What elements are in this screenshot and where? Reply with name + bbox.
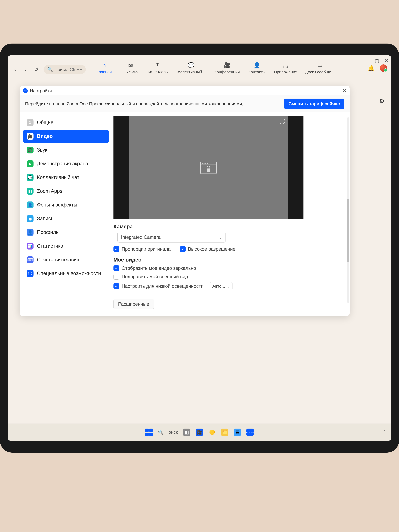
search-placeholder: Поиск xyxy=(54,67,67,72)
accessibility-icon: ⓘ xyxy=(27,270,33,277)
tab-contacts[interactable]: 👤 Контакты xyxy=(248,62,266,74)
tab-label: Коллективный ... xyxy=(176,70,206,74)
avatar[interactable] xyxy=(380,64,387,72)
explorer-icon[interactable]: 📁 xyxy=(221,429,228,436)
maximize-icon[interactable]: ▢ xyxy=(375,58,379,63)
mail-icon: ✉ xyxy=(128,62,133,69)
lock-icon xyxy=(199,159,218,176)
apps-icon: ⬚ xyxy=(283,62,288,69)
tab-label: Календарь xyxy=(148,70,168,74)
checkbox-label: Подправить мой внешний вид xyxy=(122,274,188,279)
window-controls: — ▢ ✕ xyxy=(365,58,388,63)
sidebar-item-profile[interactable]: 👤Профиль xyxy=(23,226,109,239)
tab-mail[interactable]: ✉ Письмо xyxy=(121,62,140,74)
taskbar-search[interactable]: 🔍 Поиск xyxy=(158,430,178,435)
scrollbar[interactable] xyxy=(347,117,349,303)
tab-label: Доски сообще... xyxy=(305,70,335,74)
sidebar-item-recording[interactable]: ◉Запись xyxy=(23,212,109,225)
scrollbar-thumb[interactable] xyxy=(347,199,349,262)
back-button[interactable]: ‹ xyxy=(12,66,19,73)
lowlight-mode-select[interactable]: Авто... ⌄ xyxy=(210,282,233,290)
tab-meetings[interactable]: 🎥 Конференции xyxy=(214,62,240,74)
settings-title: Настройки xyxy=(30,88,52,93)
main-toolbar: ‹ › ↺ 🔍 Поиск Ctrl+F ⌂ Главная ✉ Письмо xyxy=(8,55,391,77)
headset-icon: 🎧 xyxy=(27,147,33,153)
tray-expand-icon[interactable]: ˄ xyxy=(383,430,386,435)
tab-apps[interactable]: ⬚ Приложения xyxy=(274,62,297,74)
background-icon: 👤 xyxy=(27,202,33,208)
settings-window: ⋯ Настройки ✕ Перейдите на план Zoom One… xyxy=(20,86,350,316)
chrome-icon[interactable]: 🟡 xyxy=(208,429,216,436)
search-icon: 🔍 xyxy=(47,67,53,72)
taskview-icon[interactable]: ◧ xyxy=(183,429,190,436)
search-icon: 🔍 xyxy=(158,430,164,435)
svg-point-2 xyxy=(203,163,203,164)
tab-label: Письмо xyxy=(124,70,138,74)
tab-label: Конференции xyxy=(214,70,240,74)
taskbar-app-icon[interactable]: 🎥 xyxy=(196,429,203,436)
chevron-down-icon: ⌄ xyxy=(226,284,230,289)
sidebar-item-backgrounds[interactable]: 👤Фоны и эффекты xyxy=(23,198,109,211)
tab-whiteboards[interactable]: ▭ Доски сообще... xyxy=(305,62,335,74)
close-icon[interactable]: ✕ xyxy=(385,58,388,63)
apps-icon: ◧ xyxy=(27,188,33,195)
sidebar-item-accessibility[interactable]: ⓘСпециальные возможности xyxy=(23,267,109,280)
taskbar-search-label: Поиск xyxy=(165,430,178,435)
record-icon: ◉ xyxy=(27,215,33,222)
tab-teamchat[interactable]: 💬 Коллективный ... xyxy=(176,62,206,74)
video-preview: ⛶ xyxy=(114,116,304,219)
gear-icon: ⚙ xyxy=(27,119,33,126)
zoom-logo-icon: ⋯ xyxy=(23,88,28,93)
screen-share-icon: ▶ xyxy=(27,160,33,167)
video-icon: 🎥 xyxy=(224,62,230,69)
checkbox-label: Пропорции оригинала xyxy=(122,246,171,252)
camera-select[interactable]: Integrated Camera ⌄ xyxy=(117,232,226,242)
checkbox-mirror-video[interactable]: ✓ xyxy=(114,265,119,271)
advanced-button[interactable]: Расширенные xyxy=(114,299,154,309)
search-input[interactable]: 🔍 Поиск Ctrl+F xyxy=(44,65,86,74)
sidebar-item-statistics[interactable]: 📊Статистика xyxy=(23,240,109,253)
sidebar-item-zoomapps[interactable]: ◧Zoom Apps xyxy=(23,185,109,198)
sidebar-item-shortcuts[interactable]: ⌨Сочетания клавиш xyxy=(23,253,109,266)
sidebar-item-teamchat[interactable]: 💬Коллективный чат xyxy=(23,171,109,184)
checkbox-lowlight[interactable]: ✓ xyxy=(114,283,119,289)
history-button[interactable]: ↺ xyxy=(33,66,40,73)
keyboard-icon: ⌨ xyxy=(27,256,33,263)
svg-point-4 xyxy=(207,163,208,164)
svg-point-3 xyxy=(204,163,206,164)
upgrade-button[interactable]: Сменить тариф сейчас xyxy=(284,99,344,109)
checkbox-high-resolution[interactable]: ✓ xyxy=(180,246,186,252)
close-icon[interactable]: ✕ xyxy=(342,88,347,93)
zoom-taskbar-icon[interactable]: zoom xyxy=(246,429,254,436)
notifications-icon[interactable]: 🔔 xyxy=(368,65,374,71)
checkbox-touchup[interactable] xyxy=(114,274,119,280)
taskbar: 🔍 Поиск ◧ 🎥 🟡 📁 🖥 zoom ˄ xyxy=(8,424,391,441)
forward-button[interactable]: › xyxy=(22,66,29,73)
settings-titlebar: ⋯ Настройки ✕ xyxy=(20,86,350,96)
tab-home[interactable]: ⌂ Главная xyxy=(95,62,114,74)
expand-icon[interactable]: ⛶ xyxy=(280,119,285,125)
tab-label: Контакты xyxy=(248,70,266,74)
minimize-icon[interactable]: — xyxy=(365,58,369,63)
start-button[interactable] xyxy=(145,429,153,436)
checkbox-label: Отобразить мое видео зеркально xyxy=(122,266,196,271)
camera-section-title: Камера xyxy=(114,224,343,230)
taskbar-app-icon[interactable]: 🖥 xyxy=(234,429,241,436)
sidebar-item-video[interactable]: 🎥Видео xyxy=(23,130,109,143)
sidebar-item-audio[interactable]: 🎧Звук xyxy=(23,143,109,157)
chat-icon: 💬 xyxy=(188,62,195,69)
promo-text: Перейдите на план Zoom One Профессиональ… xyxy=(25,101,248,106)
checkbox-label: Настроить для низкой освещенности xyxy=(122,283,204,289)
video-icon: 🎥 xyxy=(27,133,33,140)
calendar-icon: 🗓 xyxy=(155,62,160,68)
tab-label: Главная xyxy=(97,70,112,74)
tab-calendar[interactable]: 🗓 Календарь xyxy=(148,62,168,74)
contacts-icon: 👤 xyxy=(253,62,260,69)
stats-icon: 📊 xyxy=(27,243,33,249)
sidebar-item-general[interactable]: ⚙Общие xyxy=(23,116,109,129)
checkbox-original-ratio[interactable]: ✓ xyxy=(114,246,119,252)
gear-icon[interactable]: ⚙ xyxy=(379,98,385,105)
chat-icon: 💬 xyxy=(27,174,33,181)
sidebar-item-screenshare[interactable]: ▶Демонстрация экрана xyxy=(23,157,109,170)
settings-content: ⛶ Камера Integrated Camera ⌄ ✓ Пропорц xyxy=(112,112,350,316)
